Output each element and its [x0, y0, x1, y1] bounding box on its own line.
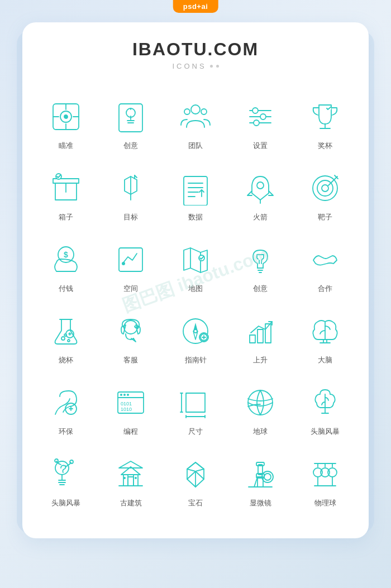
svg-point-54	[61, 337, 65, 340]
icon-cooperation: 合作	[293, 230, 357, 302]
svg-point-109	[135, 477, 137, 479]
map-label: 地图	[188, 284, 203, 294]
team-icon	[176, 97, 215, 136]
svg-point-6	[64, 115, 68, 118]
gem-icon	[176, 455, 215, 494]
service-icon	[111, 312, 150, 351]
svg-point-39	[322, 185, 328, 192]
icon-microscope: 显微镜	[228, 444, 293, 516]
svg-point-108	[123, 477, 126, 479]
svg-rect-106	[133, 475, 138, 486]
svg-line-115	[187, 471, 196, 479]
icon-map: 地图	[163, 230, 228, 302]
trophy-icon	[306, 97, 345, 136]
svg-point-124	[264, 474, 271, 480]
main-card: 图巴图 ibaotu.com IBAOTU.COM ICONS 瞄准 创意	[22, 22, 369, 538]
icon-coding: 01011010 编程	[98, 373, 163, 444]
svg-point-123	[262, 471, 273, 482]
icon-team: 团队	[163, 87, 228, 159]
svg-rect-105	[123, 475, 128, 486]
icon-data: 数据	[163, 159, 228, 230]
svg-point-15	[201, 109, 207, 114]
svg-point-35	[257, 182, 264, 189]
svg-rect-86	[186, 393, 205, 412]
icon-payment: $ 付钱	[34, 230, 98, 302]
svg-text:1010: 1010	[121, 407, 132, 412]
globe-icon	[241, 383, 280, 422]
payment-label: 付钱	[59, 284, 73, 294]
size-icon	[176, 383, 215, 422]
icon-target: 目标	[98, 159, 163, 230]
coding-label: 编程	[123, 427, 138, 437]
svg-rect-121	[256, 462, 264, 466]
icon-rocket: 火箭	[228, 159, 293, 230]
top-badge: psd+ai	[173, 0, 218, 13]
svg-text:$: $	[64, 250, 68, 259]
box-label: 箱子	[59, 212, 73, 222]
microscope-icon	[241, 455, 280, 494]
creative-icon	[111, 97, 150, 136]
rising-label: 上升	[253, 355, 268, 365]
aim-icon	[46, 97, 85, 136]
svg-point-99	[70, 460, 73, 463]
svg-rect-29	[184, 176, 207, 205]
icon-settings: 设置	[228, 87, 293, 159]
eco-label: 环保	[59, 427, 73, 437]
box-icon	[46, 169, 85, 208]
icon-trophy: 奖杯	[293, 87, 357, 159]
space-label: 空间	[123, 284, 138, 294]
svg-line-112	[187, 469, 196, 471]
svg-point-20	[260, 114, 266, 119]
cooperation-label: 合作	[318, 284, 332, 294]
cooperation-icon	[306, 240, 345, 279]
icon-service: 客服	[98, 302, 163, 373]
compass-label: 指南针	[185, 355, 207, 365]
settings-label: 设置	[253, 141, 268, 151]
brainstorm2-icon	[46, 455, 85, 494]
svg-rect-69	[250, 335, 255, 343]
icon-brainstorm1: 头脑风暴	[293, 373, 357, 444]
bullseye-label: 靶子	[318, 212, 332, 222]
eco-icon	[46, 383, 85, 422]
icon-eco: 环保	[34, 373, 98, 444]
icon-idea: 创意	[228, 230, 293, 302]
rocket-icon	[241, 169, 280, 208]
icon-space: 空间	[98, 230, 163, 302]
size-label: 尺寸	[188, 427, 203, 437]
payment-icon: $	[46, 240, 85, 279]
svg-point-93	[248, 390, 273, 415]
settings-icon	[241, 97, 280, 136]
svg-line-116	[196, 471, 204, 479]
svg-point-82	[123, 394, 126, 396]
team-label: 团队	[188, 141, 203, 151]
svg-point-97	[55, 461, 69, 475]
data-icon	[176, 169, 215, 208]
svg-point-21	[254, 120, 259, 126]
card-header: IBAOTU.COM ICONS	[34, 39, 357, 70]
brainstorm1-icon	[306, 383, 345, 422]
icon-globe: 地球	[228, 373, 293, 444]
target-icon	[111, 169, 150, 208]
svg-point-64	[194, 329, 197, 333]
creative-label: 创意	[123, 141, 138, 151]
icon-physicsball: 物理球	[293, 444, 357, 516]
rising-icon	[241, 312, 280, 351]
card-subtitle: ICONS	[34, 62, 357, 70]
svg-point-13	[191, 105, 200, 114]
icon-flask: 烧杯	[34, 302, 98, 373]
architecture-icon	[111, 455, 150, 494]
idea-label: 创意	[253, 284, 268, 294]
svg-rect-107	[128, 477, 133, 486]
rocket-label: 火箭	[253, 212, 268, 222]
svg-point-14	[184, 109, 190, 114]
icons-grid: 瞄准 创意 团队 设置 奖杯	[34, 87, 357, 516]
aim-label: 瞄准	[59, 141, 73, 151]
svg-point-55	[68, 340, 70, 342]
idea-icon	[241, 240, 280, 279]
trophy-label: 奖杯	[318, 141, 332, 151]
globe-label: 地球	[253, 427, 268, 437]
brainstorm2-label: 头脑风暴	[51, 498, 80, 508]
brainstorm1-label: 头脑风暴	[311, 427, 340, 437]
bullseye-icon	[306, 169, 345, 208]
icon-brainstorm2: 头脑风暴	[34, 444, 98, 516]
